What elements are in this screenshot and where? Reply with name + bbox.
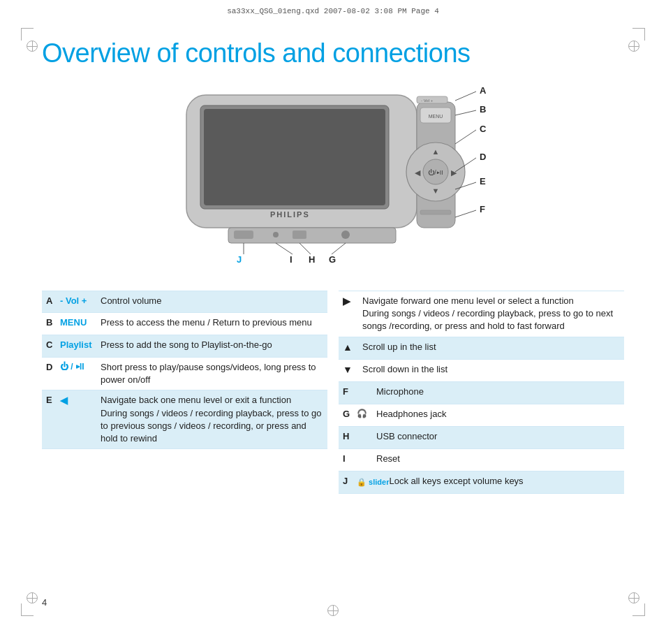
svg-line-37 <box>299 243 311 254</box>
control-row-forward: ▶ Navigate forward one menu level or sel… <box>339 291 624 337</box>
reg-mark-left-top <box>27 41 38 52</box>
svg-text:E: E <box>480 176 486 186</box>
svg-text:⏻/▶II: ⏻/▶II <box>428 169 443 176</box>
svg-text:◀: ◀ <box>415 168 421 177</box>
ctrl-key-c: C <box>46 339 60 350</box>
corner-mark-tl <box>21 28 34 41</box>
ctrl-desc-e: Navigate back one menu level or exit a f… <box>101 394 323 445</box>
svg-text:PHILIPS: PHILIPS <box>270 210 310 219</box>
control-row-i: I Reset <box>339 449 624 471</box>
ctrl-name-e: ◀ <box>60 394 101 406</box>
device-svg: PHILIPS MENU ▲ ▼ ◀ ▶ ⏻/▶II <box>158 81 508 263</box>
page-number: 4 <box>42 597 47 608</box>
svg-text:▲: ▲ <box>432 147 440 156</box>
reg-mark-right-top <box>628 41 639 52</box>
file-header: sa33xx_QSG_01eng.qxd 2007-08-02 3:08 PM … <box>227 7 439 15</box>
corner-mark-br <box>632 603 645 616</box>
device-illustration: PHILIPS MENU ▲ ▼ ◀ ▶ ⏻/▶II <box>42 81 624 277</box>
ctrl-desc-g: Headphones jack <box>376 408 446 420</box>
control-row-h: H USB connector <box>339 427 624 449</box>
svg-text:- Vol +: - Vol + <box>421 98 434 103</box>
main-content: Overview of controls and connections PHI… <box>42 38 624 494</box>
svg-rect-16 <box>420 219 451 221</box>
svg-rect-21 <box>293 230 306 239</box>
ctrl-icon-f <box>357 386 376 386</box>
page-title: Overview of controls and connections <box>42 38 624 68</box>
svg-text:I: I <box>290 254 293 263</box>
svg-text:H: H <box>309 254 315 263</box>
control-row-b: B MENU Press to access the menu / Return… <box>42 313 327 335</box>
controls-section: A - Vol + Control volume B MENU Press to… <box>42 291 624 494</box>
corner-mark-tr <box>632 28 645 41</box>
ctrl-icon-g: 🎧 <box>357 408 376 418</box>
ctrl-desc-f: Microphone <box>376 386 424 398</box>
ctrl-key-a: A <box>46 295 60 306</box>
svg-rect-2 <box>204 109 385 205</box>
ctrl-key-h: H <box>343 430 357 441</box>
svg-point-22 <box>341 230 350 239</box>
ctrl-name-d: ⏻ / ▶II <box>60 361 101 372</box>
svg-text:G: G <box>329 254 336 263</box>
ctrl-icon-up: ▲ <box>343 341 362 353</box>
svg-point-20 <box>273 232 279 237</box>
ctrl-desc-a: Control volume <box>101 295 161 307</box>
control-row-c: C Playlist Press to add the song to Play… <box>42 335 327 358</box>
svg-text:MENU: MENU <box>429 114 443 119</box>
corner-mark-bl <box>21 603 34 616</box>
svg-text:▼: ▼ <box>432 186 440 195</box>
ctrl-icon-forward: ▶ <box>343 295 362 307</box>
svg-line-36 <box>276 243 293 254</box>
svg-rect-17 <box>420 223 451 225</box>
ctrl-desc-h: USB connector <box>376 430 437 443</box>
ctrl-key-j: J <box>343 475 357 486</box>
control-row-d: D ⏻ / ▶II Short press to play/pause song… <box>42 358 327 390</box>
ctrl-icon-h <box>357 430 376 431</box>
reg-mark-bottom-center <box>327 605 339 616</box>
controls-right-table: ▶ Navigate forward one menu level or sel… <box>339 291 624 494</box>
svg-text:B: B <box>480 104 486 115</box>
svg-text:C: C <box>480 124 487 134</box>
ctrl-name-a: - Vol + <box>60 295 101 306</box>
svg-line-25 <box>455 130 476 144</box>
control-row-up: ▲ Scroll up in the list <box>339 337 624 360</box>
control-row-down: ▼ Scroll down in the list <box>339 360 624 382</box>
control-row-j: J 🔒 slider Lock all keys except volume k… <box>339 471 624 494</box>
svg-text:D: D <box>480 152 486 162</box>
ctrl-key-g: G <box>343 408 357 419</box>
svg-rect-14 <box>420 210 451 214</box>
control-row-e: E ◀ Navigate back one menu level or exit… <box>42 390 327 449</box>
ctrl-desc-up: Scroll up in the list <box>362 341 436 353</box>
svg-text:J: J <box>237 254 242 263</box>
control-row-g: G 🎧 Headphones jack <box>339 404 624 427</box>
ctrl-key-d: D <box>46 361 60 372</box>
svg-text:F: F <box>480 204 485 214</box>
control-row-a: A - Vol + Control volume <box>42 291 327 313</box>
ctrl-key-i: I <box>343 453 357 464</box>
ctrl-key-f: F <box>343 386 357 397</box>
reg-mark-left-bottom <box>27 592 38 603</box>
ctrl-name-c: Playlist <box>60 339 101 350</box>
ctrl-desc-c: Press to add the song to Playlist-on-the… <box>101 339 272 351</box>
control-row-f: F Microphone <box>339 382 624 404</box>
ctrl-name-b: MENU <box>60 316 101 328</box>
ctrl-key-e: E <box>46 394 60 405</box>
svg-line-23 <box>455 92 476 101</box>
svg-line-38 <box>332 243 346 254</box>
svg-line-24 <box>455 110 476 115</box>
svg-text:A: A <box>480 85 487 96</box>
ctrl-icon-j: 🔒 slider <box>357 475 389 487</box>
ctrl-desc-i: Reset <box>376 453 400 465</box>
svg-rect-19 <box>234 230 253 239</box>
ctrl-desc-forward: Navigate forward one menu level or selec… <box>362 295 620 333</box>
ctrl-desc-j: Lock all keys except volume keys <box>389 475 523 488</box>
ctrl-icon-down: ▼ <box>343 363 362 375</box>
svg-text:▶: ▶ <box>451 168 457 177</box>
ctrl-desc-b: Press to access the menu / Return to pre… <box>101 316 312 329</box>
ctrl-desc-d: Short press to play/pause songs/videos, … <box>101 361 323 386</box>
ctrl-key-b: B <box>46 316 60 328</box>
svg-line-28 <box>455 210 476 217</box>
controls-left-table: A - Vol + Control volume B MENU Press to… <box>42 291 327 494</box>
ctrl-icon-i <box>357 453 376 453</box>
reg-mark-right-bottom <box>628 592 639 603</box>
ctrl-desc-down: Scroll down in the list <box>362 363 447 376</box>
